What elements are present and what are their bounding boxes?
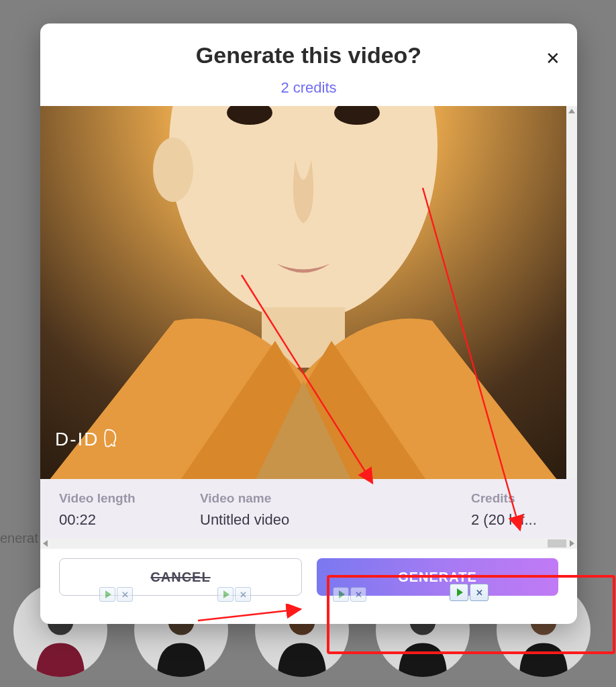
close-icon [350,587,366,602]
close-button[interactable]: ✕ [544,49,562,68]
credits-label: Credits [471,491,558,506]
close-icon: ✕ [546,48,560,68]
annotation-chip-pair [217,587,251,602]
head-profile-icon [102,428,119,451]
preview-vertical-scrollbar[interactable] [566,106,577,479]
close-icon [235,587,251,602]
modal-title: Generate this video? [56,42,561,68]
modal-header: Generate this video? 2 credits ✕ [40,23,577,106]
info-horizontal-scrollbar[interactable] [40,538,577,549]
play-icon [333,587,349,602]
close-icon [117,587,133,602]
background-section-label: enerat [0,531,38,546]
credits-value: 2 (20 lef... [471,511,558,529]
play-icon [450,584,468,601]
generate-button-label: GENERATE [398,570,477,585]
play-icon [99,587,115,602]
close-icon [470,584,489,601]
annotation-chip-pair [450,584,489,601]
generate-video-modal: Generate this video? 2 credits ✕ [40,23,577,624]
svg-point-6 [153,138,193,202]
video-length-label: Video length [59,491,187,506]
video-preview-image: D-ID [40,106,566,479]
modal-footer: CANCEL GENERATE [40,553,577,615]
credits-field: Credits 2 (20 lef... [471,491,558,529]
credits-cost: 2 credits [56,79,561,97]
video-name-field: Video name Untitled video [200,491,458,529]
play-icon [217,587,234,602]
cancel-button[interactable]: CANCEL [59,558,302,596]
annotation-chip-pair [333,587,366,602]
watermark-logo: D-ID [55,428,119,451]
video-info-row: Video length 00:22 Video name Untitled v… [40,479,577,538]
cancel-button-label: CANCEL [150,570,210,585]
annotation-chip-pair [99,587,133,602]
video-length-field: Video length 00:22 [59,491,187,529]
video-name-label: Video name [200,491,458,506]
video-name-value: Untitled video [200,511,458,529]
video-preview-area: D-ID [40,106,577,479]
video-length-value: 00:22 [59,511,187,529]
